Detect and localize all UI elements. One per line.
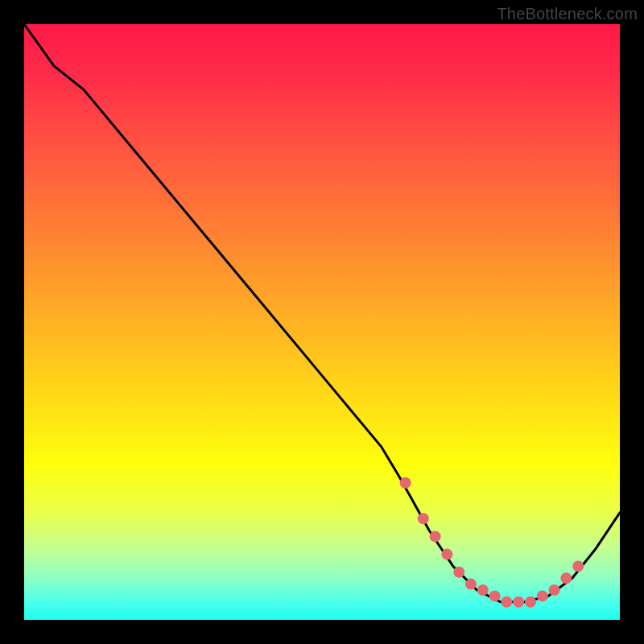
plot-area <box>24 24 620 620</box>
marker-dot <box>418 513 429 524</box>
curve-layer <box>24 24 620 602</box>
marker-dot <box>549 584 560 596</box>
marker-layer <box>400 477 584 608</box>
watermark-text: TheBottleneck.com <box>497 5 638 23</box>
marker-dot <box>489 590 501 601</box>
marker-dot <box>513 597 524 608</box>
marker-dot <box>501 597 512 608</box>
marker-dot <box>525 597 536 608</box>
marker-dot <box>430 530 441 542</box>
marker-dot <box>465 579 477 590</box>
curve-svg <box>24 24 620 620</box>
marker-dot <box>441 549 452 560</box>
marker-dot <box>400 477 411 489</box>
marker-dot <box>572 560 584 572</box>
marker-dot <box>453 567 464 578</box>
marker-dot <box>560 572 572 584</box>
marker-dot <box>537 590 548 601</box>
bottleneck-curve-line <box>24 24 620 602</box>
marker-dot <box>477 584 489 596</box>
chart-container: TheBottleneck.com <box>0 0 644 644</box>
